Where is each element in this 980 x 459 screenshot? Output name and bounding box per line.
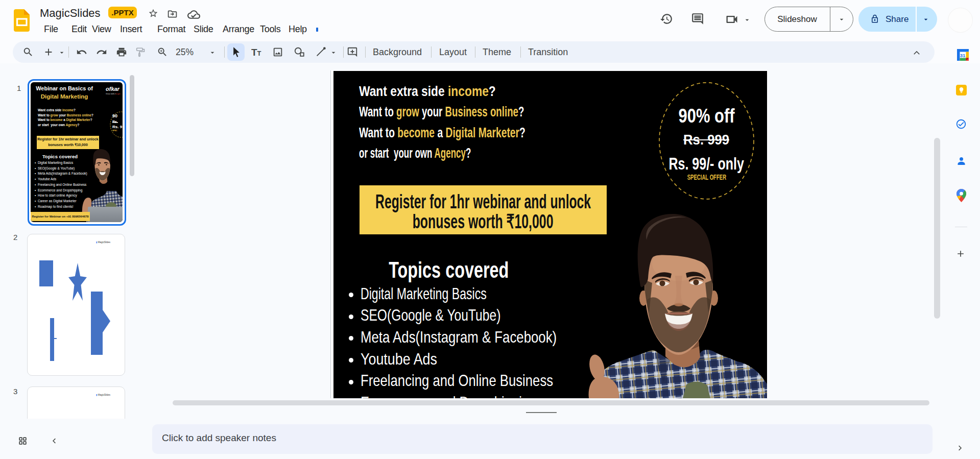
svg-text:31: 31 bbox=[960, 53, 966, 58]
